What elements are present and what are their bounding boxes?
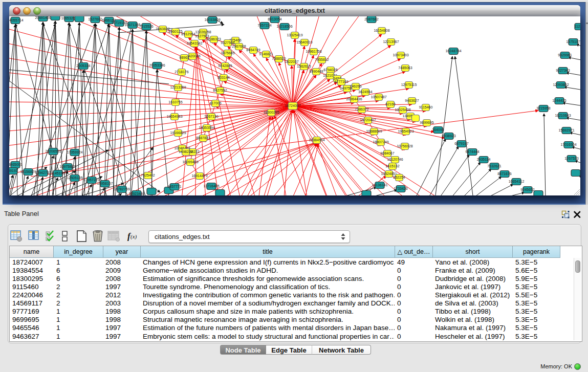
svg-text:20691406: 20691406 — [35, 16, 51, 19]
svg-text:10507487: 10507487 — [371, 95, 386, 99]
svg-text:6879197: 6879197 — [454, 142, 468, 145]
svg-text:7857224: 7857224 — [257, 24, 271, 27]
svg-text:8938923: 8938923 — [442, 134, 455, 138]
svg-text:12156829: 12156829 — [20, 170, 36, 173]
svg-text:7955812: 7955812 — [315, 58, 329, 61]
svg-text:18724007: 18724007 — [285, 104, 300, 107]
svg-text:16914479: 16914479 — [191, 174, 207, 178]
svg-text:1615132: 1615132 — [385, 164, 399, 168]
svg-text:9777169: 9777169 — [334, 80, 348, 83]
svg-text:164095: 164095 — [432, 128, 444, 132]
svg-text:15640910: 15640910 — [296, 40, 312, 44]
svg-text:9227343: 9227343 — [556, 69, 570, 72]
svg-text:2935114: 2935114 — [477, 158, 491, 161]
svg-text:9329961: 9329961 — [558, 53, 572, 57]
svg-text:8454749: 8454749 — [246, 48, 260, 52]
svg-text:1527602: 1527602 — [88, 17, 102, 21]
svg-text:17016504: 17016504 — [560, 143, 576, 146]
svg-text:12213369: 12213369 — [170, 85, 186, 89]
svg-text:3215958: 3215958 — [536, 106, 550, 110]
svg-text:3267130: 3267130 — [204, 115, 218, 118]
svg-text:1610755: 1610755 — [168, 100, 182, 104]
svg-text:12505135: 12505135 — [67, 176, 82, 180]
svg-text:9474444: 9474444 — [465, 150, 479, 154]
svg-text:10975887: 10975887 — [59, 165, 75, 168]
svg-text:20206555: 20206555 — [45, 149, 61, 153]
svg-text:7588520: 7588520 — [272, 57, 286, 60]
svg-text:10688609: 10688609 — [366, 129, 382, 133]
svg-text:19218506: 19218506 — [276, 25, 292, 28]
svg-text:17359924: 17359924 — [67, 150, 82, 154]
svg-text:2087682: 2087682 — [364, 17, 378, 21]
svg-text:8587833: 8587833 — [196, 136, 210, 140]
svg-text:10756928: 10756928 — [397, 144, 412, 148]
svg-text:11226: 11226 — [575, 25, 580, 28]
svg-text:7632621: 7632621 — [487, 164, 501, 168]
svg-text:19384554: 19384554 — [309, 138, 324, 142]
svg-text:14136141: 14136141 — [372, 183, 387, 187]
svg-text:16099489: 16099489 — [182, 160, 198, 164]
svg-text:20364436: 20364436 — [346, 97, 362, 101]
svg-text:19654923: 19654923 — [398, 129, 413, 133]
svg-text:2718176: 2718176 — [175, 70, 188, 74]
svg-text:16782759: 16782759 — [114, 187, 129, 191]
svg-text:8186323: 8186323 — [207, 37, 221, 41]
svg-text:10958107: 10958107 — [97, 182, 113, 185]
svg-text:12923446: 12923446 — [128, 192, 144, 195]
svg-text:14353594: 14353594 — [199, 126, 214, 129]
svg-text:10025438: 10025438 — [395, 108, 410, 112]
svg-text:7485063: 7485063 — [398, 66, 412, 70]
svg-text:9899695: 9899695 — [420, 121, 433, 124]
svg-text:19166825: 19166825 — [170, 131, 186, 135]
svg-text:1822037: 1822037 — [285, 60, 298, 63]
svg-text:12975115: 12975115 — [401, 83, 417, 86]
svg-text:18807249: 18807249 — [373, 140, 388, 144]
svg-text:20053346: 20053346 — [149, 63, 165, 67]
svg-text:9327508: 9327508 — [221, 41, 234, 45]
svg-text:12942737: 12942737 — [35, 171, 51, 174]
svg-text:(x): (x) — [130, 233, 137, 240]
svg-text:19654983: 19654983 — [166, 115, 182, 118]
svg-text:16033809: 16033809 — [204, 18, 220, 21]
svg-text:2967608: 2967608 — [232, 45, 246, 48]
svg-text:9457771: 9457771 — [167, 185, 181, 188]
svg-text:10671355: 10671355 — [124, 23, 140, 27]
svg-text:1498222: 1498222 — [179, 150, 192, 154]
svg-text:16248784: 16248784 — [445, 49, 461, 53]
svg-text:8960125: 8960125 — [168, 30, 182, 33]
svg-text:13524851: 13524851 — [381, 172, 397, 176]
svg-text:9245652: 9245652 — [520, 188, 534, 191]
svg-text:62160: 62160 — [385, 102, 396, 106]
svg-text:16120746: 16120746 — [387, 158, 403, 161]
svg-text:8465001: 8465001 — [9, 163, 23, 166]
svg-text:15720407: 15720407 — [360, 118, 376, 122]
svg-text:9242845: 9242845 — [218, 64, 232, 68]
svg-text:6794028: 6794028 — [323, 68, 337, 72]
svg-text:2005334: 2005334 — [76, 64, 90, 68]
svg-text:98961: 98961 — [179, 56, 189, 59]
svg-text:7625402: 7625402 — [141, 173, 155, 177]
svg-text:8912954: 8912954 — [181, 32, 195, 36]
svg-text:7515526: 7515526 — [139, 25, 153, 28]
svg-text:10654112: 10654112 — [509, 180, 525, 183]
svg-text:16210643: 16210643 — [555, 114, 571, 117]
svg-text:8471676: 8471676 — [497, 172, 511, 176]
svg-text:39191: 39191 — [9, 169, 18, 172]
svg-text:7663822: 7663822 — [156, 27, 169, 31]
svg-text:9146821: 9146821 — [259, 52, 273, 56]
svg-text:1145190: 1145190 — [51, 171, 65, 175]
svg-text:12093852: 12093852 — [553, 83, 569, 86]
svg-text:8990448: 8990448 — [309, 70, 323, 73]
svg-text:1733426: 1733426 — [394, 187, 407, 190]
svg-text:252254: 252254 — [393, 176, 405, 179]
svg-text:12213967: 12213967 — [383, 40, 399, 43]
svg-text:8427552: 8427552 — [213, 89, 227, 92]
svg-text:8813054: 8813054 — [268, 17, 281, 21]
svg-text:13325419: 13325419 — [287, 33, 302, 37]
svg-text:7386372: 7386372 — [355, 107, 368, 111]
svg-text:9084067: 9084067 — [380, 151, 394, 155]
svg-text:13716485: 13716485 — [203, 184, 219, 188]
svg-text:10961758: 10961758 — [306, 50, 321, 53]
svg-text:803144: 803144 — [217, 76, 229, 79]
svg-text:18300295: 18300295 — [263, 111, 279, 114]
